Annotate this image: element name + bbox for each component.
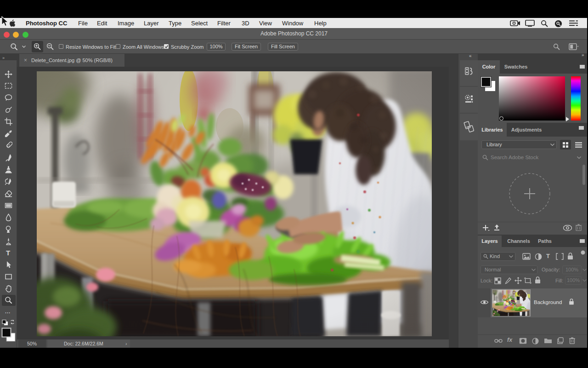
svg-text:T: T — [6, 249, 10, 257]
